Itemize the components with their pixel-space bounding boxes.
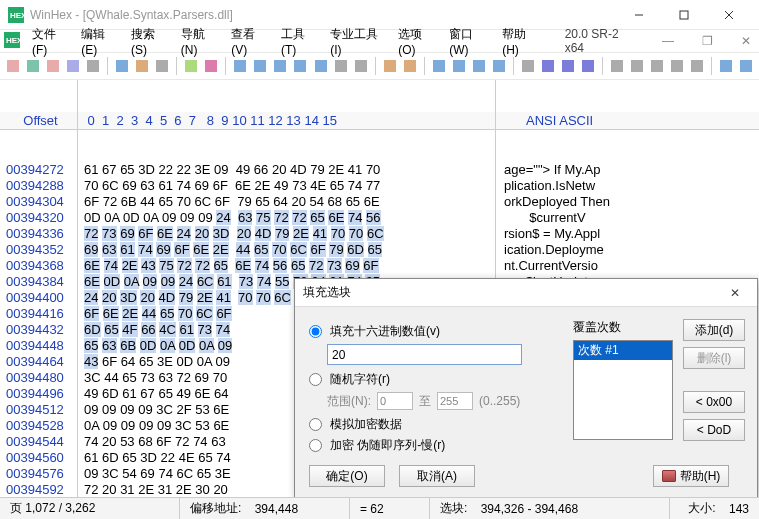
dialog-titlebar: 填充选块 ✕ [295,279,757,307]
dialog-close-button[interactable]: ✕ [721,281,749,305]
svg-rect-35 [611,60,623,72]
toolbar-button[interactable] [133,55,151,77]
ok-button[interactable]: 确定(O) [309,465,385,487]
dod-button[interactable]: < DoD [683,419,745,441]
toolbar-button[interactable] [579,55,597,77]
toolbar-button[interactable] [153,55,171,77]
menu-item[interactable]: 选项(O) [398,26,437,57]
status-bar: 页 1,072 / 3,262 偏移地址: 394,448 = 62 选块: 3… [0,497,759,519]
ascii-row[interactable]: orkDeployed Then [496,194,759,210]
cancel-button[interactable]: 取消(A) [399,465,475,487]
minimize-button[interactable] [616,1,661,29]
toolbar-button[interactable] [401,55,419,77]
toolbar-button[interactable] [182,55,200,77]
ascii-row[interactable]: age=""> If My.Ap [496,162,759,178]
ascii-row[interactable]: nt.CurrentVersio [496,258,759,274]
toolbar-button[interactable] [519,55,537,77]
toolbar-button[interactable] [737,55,755,77]
overwrite-count-list[interactable]: 次数 #1 [573,340,673,440]
fill-simulate-radio[interactable] [309,418,322,431]
hex-row[interactable]: 72 73 69 6F 6E 24 20 3D 20 4D 79 2E 41 7… [78,226,495,242]
mdi-minimize[interactable]: — [658,34,678,48]
svg-rect-12 [87,60,99,72]
toolbar-button[interactable] [4,55,22,77]
svg-rect-34 [582,60,594,72]
svg-rect-37 [651,60,663,72]
svg-rect-24 [355,60,367,72]
toolbar-button[interactable] [291,55,309,77]
hex-row[interactable]: 0D 0A 0D 0A 09 09 09 24 63 75 72 72 65 6… [78,210,495,226]
toolbar-button[interactable] [668,55,686,77]
fill-encrypt-label: 加密 伪随即序列-慢(r) [330,437,445,454]
mdi-restore[interactable]: ❐ [698,34,717,48]
maximize-button[interactable] [661,1,706,29]
close-button[interactable] [706,1,751,29]
fill-encrypt-radio[interactable] [309,439,322,452]
toolbar-button[interactable] [231,55,249,77]
range-from-input[interactable] [377,392,413,410]
toolbar-button[interactable] [24,55,42,77]
toolbar-button[interactable] [381,55,399,77]
ascii-row[interactable]: plication.IsNetw [496,178,759,194]
toolbar-button[interactable] [113,55,131,77]
range-to-input[interactable] [437,392,473,410]
ascii-row[interactable]: rsion$ = My.Appl [496,226,759,242]
toolbar-button[interactable] [648,55,666,77]
svg-rect-16 [185,60,197,72]
fill-random-radio[interactable] [309,373,322,386]
menu-item[interactable]: 工具(T) [281,26,318,57]
hex-row[interactable]: 69 63 61 74 69 6F 6E 2E 44 65 70 6C 6F 7… [78,242,495,258]
offset-cell: 00394416 [0,306,77,322]
toolbar-button[interactable] [202,55,220,77]
hex-row[interactable]: 6F 72 6B 44 65 70 6C 6F 79 65 64 20 54 6… [78,194,495,210]
delete-button[interactable]: 删除(l) [683,347,745,369]
help-button[interactable]: 帮助(H) [653,465,729,487]
toolbar-button[interactable] [311,55,329,77]
toolbar-button[interactable] [251,55,269,77]
count-item[interactable]: 次数 #1 [574,341,672,360]
toolbar-button[interactable] [429,55,447,77]
menu-item[interactable]: 编辑(E) [81,26,119,57]
hex-value-input[interactable] [327,344,522,365]
toolbar-button[interactable] [717,55,735,77]
menu-item[interactable]: 导航(N) [181,26,219,57]
menu-item[interactable]: 查看(V) [231,26,269,57]
range-label: 范围(N): [327,393,371,410]
mdi-close[interactable]: ✕ [737,34,755,48]
toolbar-button[interactable] [44,55,62,77]
toolbar-button[interactable] [450,55,468,77]
fill-hex-radio[interactable] [309,325,322,338]
hex-row[interactable]: 6E 74 2E 43 75 72 72 65 6E 74 56 65 72 7… [78,258,495,274]
toolbar-button[interactable] [608,55,626,77]
hex-header: 0 1 2 3 4 5 6 7 8 9 10 11 12 13 14 15 [78,112,495,130]
toolbar-button[interactable] [490,55,508,77]
menu-item[interactable]: 专业工具(I) [330,26,386,57]
toolbar-button[interactable] [332,55,350,77]
svg-rect-19 [254,60,266,72]
ascii-row[interactable]: ication.Deployme [496,242,759,258]
ascii-row[interactable]: $currentV [496,210,759,226]
hex-row[interactable]: 70 6C 69 63 61 74 69 6F 6E 2E 49 73 4E 6… [78,178,495,194]
toolbar-button[interactable] [84,55,102,77]
0x00-button[interactable]: < 0x00 [683,391,745,413]
menu-item[interactable]: 搜索(S) [131,26,169,57]
toolbar-button[interactable] [352,55,370,77]
menu-item[interactable]: 帮助(H) [502,26,540,57]
menu-item[interactable]: 窗口(W) [449,26,490,57]
hex-row[interactable]: 61 67 65 3D 22 22 3E 09 49 66 20 4D 79 2… [78,162,495,178]
offset-cell: 00394304 [0,194,77,210]
menu-item[interactable]: 文件(F) [32,26,69,57]
toolbar-button[interactable] [688,55,706,77]
offset-cell: 00394528 [0,418,77,434]
toolbar-button[interactable] [64,55,82,77]
toolbar-button[interactable] [470,55,488,77]
svg-rect-20 [274,60,286,72]
toolbar-button[interactable] [539,55,557,77]
toolbar-button[interactable] [271,55,289,77]
offset-cell: 00394384 [0,274,77,290]
add-button[interactable]: 添加(d) [683,319,745,341]
svg-rect-38 [671,60,683,72]
toolbar-button[interactable] [559,55,577,77]
toolbar-button[interactable] [628,55,646,77]
page-status: 页 1,072 / 3,262 [0,498,180,519]
